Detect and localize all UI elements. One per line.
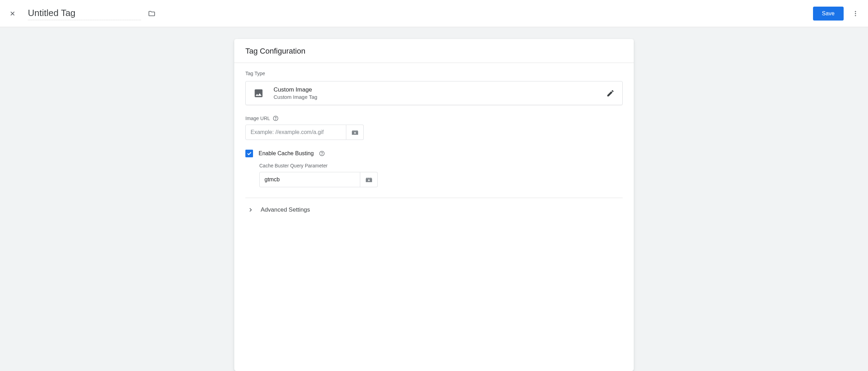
- folder-button[interactable]: [147, 9, 157, 18]
- image-url-label: Image URL: [245, 116, 270, 121]
- tag-config-card: Tag Configuration Tag Type Custom Image …: [234, 39, 634, 371]
- more-vert-icon: [852, 10, 859, 17]
- lego-plus-icon: [351, 129, 359, 135]
- save-button[interactable]: Save: [813, 7, 844, 21]
- tag-title-input[interactable]: [28, 7, 141, 20]
- cache-busting-label: Enable Cache Busting: [259, 150, 314, 157]
- chevron-right-icon: [247, 207, 254, 213]
- cache-param-label: Cache Buster Query Parameter: [259, 163, 328, 168]
- pencil-icon: [606, 89, 615, 97]
- image-url-input[interactable]: [245, 125, 346, 140]
- svg-point-4: [275, 119, 276, 120]
- lego-plus-icon: [365, 176, 373, 183]
- edit-tag-type-button[interactable]: [606, 89, 615, 97]
- tag-type-name: Custom Image: [274, 86, 606, 93]
- cache-param-input[interactable]: [259, 172, 360, 187]
- help-icon: [319, 151, 325, 156]
- cache-busting-checkbox[interactable]: [245, 150, 253, 157]
- svg-point-0: [855, 11, 856, 12]
- cache-busting-help-button[interactable]: [319, 151, 325, 156]
- close-button[interactable]: [8, 9, 17, 18]
- check-icon: [246, 151, 252, 156]
- image-url-variable-button[interactable]: [346, 125, 364, 140]
- tag-type-desc: Custom Image Tag: [274, 94, 606, 100]
- image-icon: [253, 88, 264, 98]
- close-icon: [9, 10, 16, 17]
- svg-point-1: [855, 13, 856, 14]
- card-title: Tag Configuration: [245, 47, 623, 56]
- cache-param-variable-button[interactable]: [360, 172, 378, 187]
- header: Save: [0, 0, 868, 27]
- advanced-settings-label: Advanced Settings: [261, 206, 310, 213]
- card-header: Tag Configuration: [234, 39, 634, 63]
- svg-point-6: [322, 155, 322, 155]
- body-area: Tag Configuration Tag Type Custom Image …: [0, 27, 868, 371]
- folder-icon: [147, 10, 156, 17]
- more-menu-button[interactable]: [851, 9, 860, 18]
- tag-type-selector[interactable]: Custom Image Custom Image Tag: [245, 81, 623, 105]
- image-url-help-button[interactable]: [273, 116, 278, 121]
- tag-type-label: Tag Type: [245, 71, 623, 76]
- advanced-settings-toggle[interactable]: Advanced Settings: [245, 198, 623, 220]
- help-icon: [273, 116, 278, 121]
- svg-point-2: [855, 15, 856, 16]
